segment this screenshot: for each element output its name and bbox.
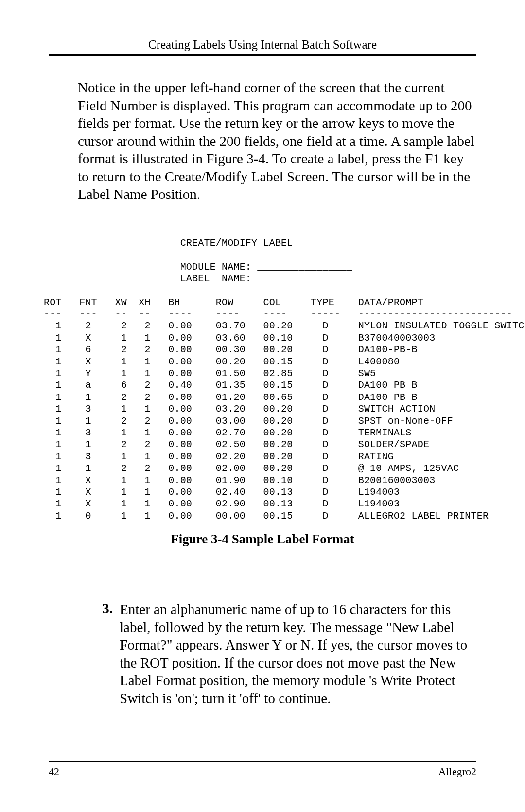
- terminal-screen: CREATE/MODIFY LABEL MODULE NAME: _______…: [44, 237, 476, 522]
- step-text: Enter an alphanumeric name of up to 16 c…: [120, 600, 474, 707]
- header-rule: [49, 54, 476, 56]
- page-number: 42: [49, 765, 59, 778]
- product-name: Allegro2: [438, 765, 476, 778]
- step-number: 3.: [95, 600, 120, 707]
- intro-paragraph: Notice in the upper left-hand corner of …: [49, 79, 476, 203]
- step-3: 3. Enter an alphanumeric name of up to 1…: [49, 600, 476, 707]
- figure-caption: Figure 3-4 Sample Label Format: [49, 532, 476, 547]
- running-header: Creating Labels Using Internal Batch Sof…: [49, 38, 476, 54]
- footer-rule: [49, 761, 476, 762]
- page-footer: 42 Allegro2: [49, 761, 476, 778]
